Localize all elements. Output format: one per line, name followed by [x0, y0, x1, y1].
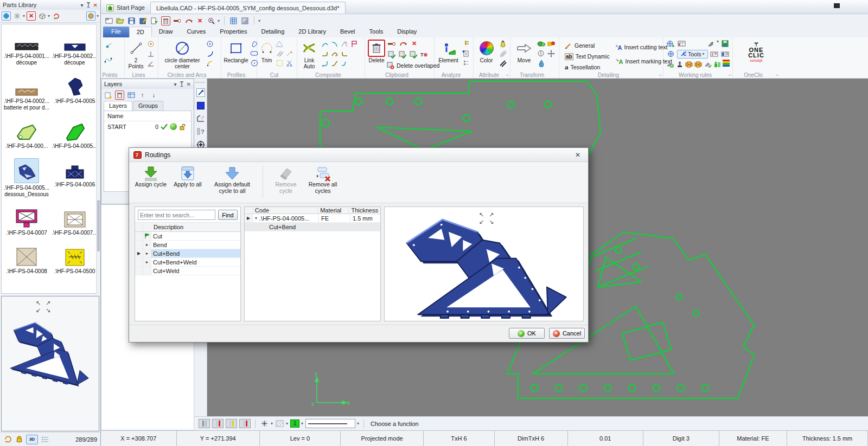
chevron-down-icon[interactable]: ▾ — [218, 18, 220, 23]
ribbon-tab-properties[interactable]: Properties — [213, 27, 254, 37]
layer-properties-icon[interactable] — [126, 91, 136, 100]
chevron-down-icon[interactable]: ▾ — [81, 2, 84, 8]
pin-icon[interactable] — [180, 81, 184, 87]
new-file-icon[interactable] — [104, 16, 113, 25]
ok-button[interactable]: ✓ OK — [509, 328, 545, 339]
oneclic-logo[interactable]: ONE CLIC concept — [748, 42, 764, 63]
delete-all-icon[interactable]: ✕ — [195, 16, 205, 25]
cut-parallel-icon[interactable] — [275, 49, 284, 58]
hatch-style-icon[interactable] — [275, 419, 284, 428]
cycle-row-cut[interactable]: Cut — [135, 232, 240, 241]
rainbow-rules-icon[interactable] — [723, 60, 730, 67]
close-icon[interactable]: ✕ — [93, 2, 98, 8]
find-button[interactable]: Find — [218, 210, 238, 220]
perpendicular-line-icon[interactable] — [146, 49, 155, 58]
library-cube-icon[interactable] — [37, 11, 47, 21]
move-layer-down-icon[interactable]: ↓ — [149, 91, 158, 100]
composite-arc1-icon[interactable] — [320, 39, 329, 48]
point-tool-icon[interactable] — [104, 41, 113, 50]
close-icon[interactable]: ✕ — [187, 81, 191, 87]
undo-icon[interactable] — [184, 16, 193, 25]
ribbon-tab-detailing[interactable]: Detailing — [254, 27, 291, 37]
window-menu-mark[interactable] — [834, 3, 840, 8]
status-text-height[interactable]: TxH 6 — [424, 431, 494, 446]
library-part-item[interactable]: .\HF-PS-04-0007... — [51, 206, 99, 236]
ribbon-tab-draw[interactable]: Draw — [152, 27, 180, 37]
layer-filter-2-button[interactable] — [212, 419, 224, 428]
delete-all-icon[interactable]: ✕ — [410, 39, 419, 48]
scrollbar-thumb[interactable] — [97, 200, 100, 251]
search-input[interactable] — [138, 210, 215, 220]
chamfer-icon[interactable] — [340, 59, 349, 68]
dialog-launcher-icon[interactable]: ⌐ — [506, 73, 509, 77]
link-auto-button[interactable]: Link Auto — [300, 39, 318, 72]
dialog-launcher-icon[interactable]: ⌐ — [659, 73, 662, 77]
library-part-item[interactable]: .\HF-PS-04-0002...batterie et pour d... — [3, 75, 50, 111]
measure-query-icon[interactable]: ? — [196, 127, 205, 136]
chevron-down-icon[interactable]: ▾ — [23, 14, 25, 18]
layer-filter-3-button[interactable] — [226, 419, 237, 428]
tab-document[interactable]: Libellula.CAD - HF-PS-04-0005_SYM_config… — [150, 2, 346, 14]
grid-icon[interactable] — [229, 16, 238, 25]
library-bucket-icon[interactable] — [15, 435, 24, 444]
hatch-icon[interactable] — [498, 49, 507, 58]
cancel-button[interactable]: ✕ Cancel — [549, 328, 585, 339]
expander-icon[interactable]: ▸ — [143, 249, 151, 257]
copy-object-icon[interactable] — [537, 39, 546, 48]
delete-layer-icon[interactable] — [115, 91, 124, 100]
circle-diameter-center-button[interactable]: circle diameter center — [161, 39, 203, 72]
part-code-row[interactable]: ▶ ▾.\HF-PS-04-0005... FE 1.5 mm — [245, 214, 380, 223]
nest-parts-icon[interactable] — [713, 60, 721, 69]
arc-icon[interactable] — [205, 49, 214, 58]
composite-arc2-icon[interactable] — [330, 39, 339, 48]
remove-all-cycles-button[interactable]: Remove all cycles — [305, 164, 340, 194]
status-dim-text-height[interactable]: DimTxH 6 — [495, 431, 568, 446]
parts-library-list[interactable]: .\HF-PS-04-0001...découpe .\HF-PS-04-000… — [1, 24, 99, 294]
layer-state-icon[interactable] — [170, 123, 177, 130]
pad-cross1-icon[interactable] — [685, 60, 693, 69]
status-material[interactable]: Material: FE — [719, 431, 788, 446]
library-snowflake-icon[interactable] — [12, 11, 22, 21]
cycle-row-cut-weld[interactable]: Cut+Weld — [135, 267, 240, 275]
copy-check-icon[interactable] — [387, 50, 396, 59]
paste-check-icon[interactable] — [409, 50, 418, 59]
add-layer-icon[interactable] — [104, 91, 113, 100]
shading-icon[interactable] — [240, 16, 250, 25]
status-digits[interactable]: Digit 3 — [643, 431, 719, 446]
undo-icon[interactable] — [398, 39, 407, 48]
pen-number-box[interactable]: 1 — [290, 419, 299, 428]
layer-filter-1-button[interactable] — [199, 419, 210, 428]
rule-add-icon[interactable] — [706, 39, 716, 48]
ribbon-tab-display[interactable]: Display — [390, 27, 424, 37]
pad-check-icon[interactable] — [704, 60, 712, 69]
trim-button[interactable]: Trim — [260, 39, 273, 72]
chevron-down-icon[interactable]: ▾ — [286, 421, 288, 426]
rectangle-button[interactable]: Rectangle — [224, 39, 248, 72]
dialog-launcher-icon[interactable]: ⌐ — [776, 73, 778, 77]
chevron-down-icon[interactable]: ▾ — [271, 421, 273, 426]
composite-sketch-icon[interactable] — [340, 39, 349, 48]
pen-style-icon[interactable] — [498, 39, 507, 48]
measure-list-icon[interactable] — [461, 59, 470, 68]
library-scrollbar[interactable] — [96, 24, 100, 294]
ribbon-tab-tools[interactable]: Tools — [362, 27, 391, 37]
fillet-icon[interactable] — [320, 59, 329, 68]
library-part-item[interactable]: .\HF-PS-04-0008 — [3, 245, 50, 275]
layer-row-start[interactable]: START 0 — [104, 121, 191, 132]
snap-star-icon[interactable] — [260, 419, 269, 428]
rule-count-icon[interactable] — [710, 49, 719, 59]
pointer-tool-icon[interactable] — [196, 88, 205, 97]
cycle-row-bend[interactable]: ▸ Bend — [135, 241, 240, 249]
apply-to-all-button[interactable]: Apply to all — [170, 164, 205, 188]
chevron-down-icon[interactable]: ▾ — [174, 81, 177, 87]
dialog-launcher-icon[interactable]: ⌐ — [729, 73, 731, 77]
tessellation-button[interactable]: a Tessellation — [565, 62, 610, 72]
composite-flag-icon[interactable] — [349, 39, 359, 48]
tab-start-page[interactable]: Start Page — [101, 2, 150, 14]
bend-machine-icon[interactable]: x — [196, 114, 205, 123]
library-part-item[interactable]: .\HF-PS-04-0001...découpe — [3, 30, 50, 66]
chamfer-s-icon[interactable] — [330, 59, 339, 68]
ribbon-tab-curves[interactable]: Curves — [180, 27, 213, 37]
rule-table-icon[interactable] — [677, 39, 686, 48]
linestyle-combo[interactable] — [305, 419, 355, 428]
